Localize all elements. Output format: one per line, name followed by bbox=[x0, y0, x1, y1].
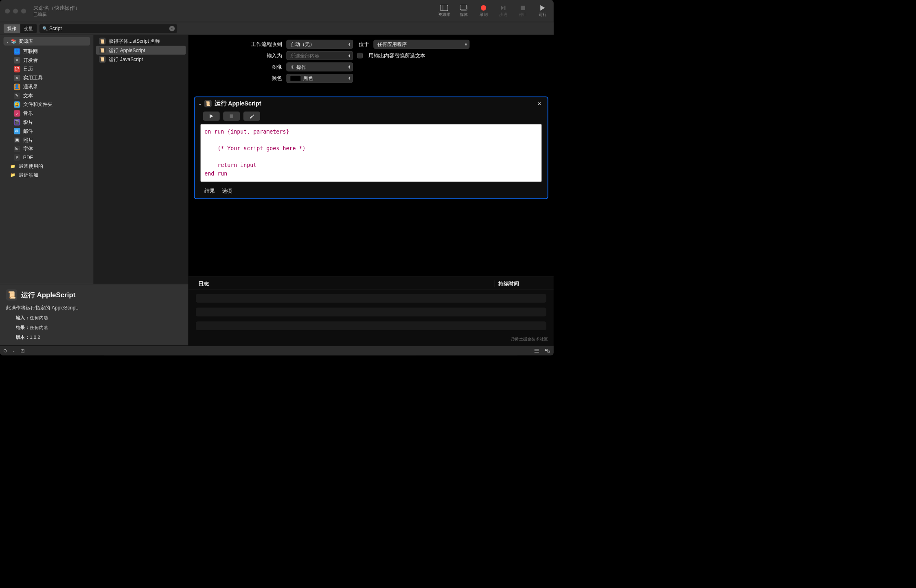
receives-label: 工作流程收到 bbox=[198, 41, 282, 48]
secondary-toolbar: 操作 变量 🔍 ✕ bbox=[0, 22, 554, 35]
movies-icon: 🎬 bbox=[14, 119, 20, 125]
font-icon: Aa bbox=[14, 146, 20, 152]
close-icon[interactable]: ✕ bbox=[535, 100, 544, 108]
category-item[interactable]: ⎘PDF bbox=[3, 154, 90, 162]
category-item[interactable]: 17日历 bbox=[3, 65, 90, 73]
category-item[interactable]: ✕实用工具 bbox=[3, 74, 90, 82]
category-label: PDF bbox=[23, 155, 33, 160]
segmented-control: 操作 变量 bbox=[3, 24, 37, 33]
play-icon bbox=[539, 4, 546, 11]
step-icon bbox=[499, 4, 507, 11]
record-icon bbox=[480, 4, 487, 11]
log-col-log: 日志 bbox=[198, 280, 495, 287]
minimize-window-icon[interactable] bbox=[13, 9, 18, 13]
window-title: 未命名（快速操作） bbox=[33, 4, 80, 11]
action-label: 运行 JavaScript bbox=[109, 56, 143, 63]
settings-icon[interactable]: ⊙ bbox=[3, 348, 7, 353]
chevron-down-icon: ⌄ bbox=[6, 39, 9, 43]
category-item[interactable]: ♪音乐 bbox=[3, 109, 90, 118]
run-script-button[interactable] bbox=[203, 112, 220, 121]
finder-icon: 😃 bbox=[14, 101, 20, 108]
svg-marker-8 bbox=[540, 5, 545, 11]
category-item[interactable]: 🎬影片 bbox=[3, 118, 90, 127]
tab-variables[interactable]: 变量 bbox=[20, 24, 37, 33]
log-row bbox=[196, 294, 546, 303]
category-label: 文件和文件夹 bbox=[23, 101, 53, 108]
script-icon: 📜 bbox=[99, 37, 106, 44]
chevron-down-icon[interactable]: ⌄ bbox=[13, 349, 15, 352]
music-icon: ♪ bbox=[14, 110, 20, 116]
tab-results[interactable]: 结果 bbox=[204, 187, 215, 194]
image-popup[interactable]: ✳︎操作 ▲▼ bbox=[287, 63, 353, 72]
category-item[interactable]: ▣照片 bbox=[3, 136, 90, 144]
image-label: 图像 bbox=[198, 64, 282, 70]
category-item[interactable]: 📁最近添加 bbox=[3, 171, 90, 179]
svg-rect-10 bbox=[230, 114, 233, 118]
tab-actions[interactable]: 操作 bbox=[3, 24, 20, 33]
record-button[interactable]: 录制 bbox=[478, 4, 490, 17]
svg-marker-9 bbox=[210, 114, 213, 118]
action-item[interactable]: 📜运行 JavaScript bbox=[96, 55, 186, 64]
media-button[interactable]: 媒体 bbox=[458, 4, 470, 17]
search-input[interactable] bbox=[39, 24, 177, 33]
replace-checkbox[interactable] bbox=[357, 53, 363, 58]
workflow-header: 工作流程收到 自动（无） ▲▼ 位于 任何应用程序 ▲▼ 输入为 所选全部内容 bbox=[188, 35, 554, 92]
mail-icon: ✉ bbox=[14, 128, 20, 134]
category-label: 通讯录 bbox=[23, 83, 38, 90]
category-label: 最近添加 bbox=[19, 172, 38, 178]
zoom-window-icon[interactable] bbox=[21, 9, 26, 13]
category-item[interactable]: ✉邮件 bbox=[3, 127, 90, 135]
receives-popup[interactable]: 自动（无） ▲▼ bbox=[287, 40, 353, 49]
hammer-icon: ✕ bbox=[14, 57, 20, 64]
action-item[interactable]: 📜运行 AppleScript bbox=[96, 46, 186, 55]
library-button[interactable]: 资源库 bbox=[438, 4, 450, 17]
run-button[interactable]: 运行 bbox=[537, 4, 549, 17]
info-title: 运行 AppleScript bbox=[21, 290, 76, 300]
calendar-icon: 17 bbox=[14, 66, 20, 72]
window-controls bbox=[5, 9, 26, 13]
category-label: 邮件 bbox=[23, 128, 33, 134]
category-item[interactable]: ✕开发者 bbox=[3, 56, 90, 64]
text-icon: ✎ bbox=[14, 92, 20, 99]
action-card: ⌄ 📜 运行 AppleScript ✕ bbox=[194, 97, 548, 199]
clear-search-icon[interactable]: ✕ bbox=[169, 26, 175, 31]
list-view-icon[interactable] bbox=[534, 349, 539, 353]
close-window-icon[interactable] bbox=[5, 9, 10, 13]
stop-script-button[interactable] bbox=[223, 112, 240, 121]
box-icon[interactable]: ◰ bbox=[20, 348, 24, 353]
wrench-icon: ✕ bbox=[14, 75, 20, 81]
replace-label: 用输出内容替换所选文本 bbox=[368, 52, 425, 59]
step-button[interactable]: 步进 bbox=[497, 4, 509, 17]
library-root[interactable]: ⌄ 📚 资源库 bbox=[3, 37, 90, 46]
category-label: 字体 bbox=[23, 145, 33, 152]
compile-button[interactable] bbox=[243, 112, 260, 121]
input-as-popup[interactable]: 所选全部内容 ▲▼ bbox=[287, 51, 353, 60]
category-list: ⌄ 📚 资源库 🌐互联网✕开发者17日历✕实用工具👤通讯录✎文本😃文件和文件夹♪… bbox=[0, 35, 94, 284]
window-subtitle: 已编辑 bbox=[33, 11, 80, 18]
info-description: 此操作将运行指定的 AppleScript。 bbox=[6, 305, 182, 311]
in-popup[interactable]: 任何应用程序 ▲▼ bbox=[373, 40, 469, 49]
action-item[interactable]: 📜获得字体...stScript 名称 bbox=[96, 37, 186, 46]
log-row bbox=[196, 308, 546, 317]
stop-button[interactable]: 停止 bbox=[517, 4, 529, 17]
category-item[interactable]: 😃文件和文件夹 bbox=[3, 100, 90, 109]
script-icon: 📜 bbox=[204, 100, 212, 107]
category-item[interactable]: 👤通讯录 bbox=[3, 82, 90, 91]
workflow-canvas[interactable]: ⌄ 📜 运行 AppleScript ✕ bbox=[188, 92, 554, 277]
category-label: 开发者 bbox=[23, 57, 38, 64]
category-item[interactable]: 📁最常使用的 bbox=[3, 162, 90, 171]
code-editor[interactable]: on run {input, parameters} (* Your scrip… bbox=[201, 124, 542, 182]
in-label: 位于 bbox=[359, 41, 369, 48]
stop-icon bbox=[519, 4, 527, 11]
folder-icon: 📁 bbox=[10, 163, 16, 169]
info-panel: 📜 运行 AppleScript 此操作将运行指定的 AppleScript。 … bbox=[0, 284, 188, 345]
tab-options[interactable]: 选项 bbox=[222, 187, 232, 194]
script-icon: 📜 bbox=[99, 47, 106, 54]
category-item[interactable]: ✎文本 bbox=[3, 91, 90, 100]
sidebar-icon bbox=[440, 4, 448, 11]
category-item[interactable]: Aa字体 bbox=[3, 145, 90, 153]
color-popup[interactable]: 黑色 ▲▼ bbox=[287, 74, 353, 83]
chevron-down-icon[interactable]: ⌄ bbox=[198, 101, 202, 106]
category-item[interactable]: 🌐互联网 bbox=[3, 47, 90, 55]
flow-view-icon[interactable] bbox=[545, 349, 550, 353]
